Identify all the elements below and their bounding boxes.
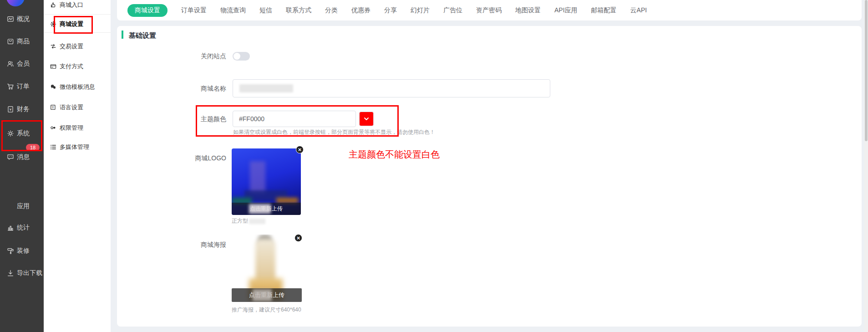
poster-caption: 推广海报，建议尺寸640*640 [232,306,301,314]
basic-settings-card [117,26,862,327]
menu-item-shop-entry[interactable]: 商城入口 [50,0,83,10]
tab-cloud-api[interactable]: 云API [630,6,647,15]
menu-item-payment-methods[interactable]: 支付方式 [50,61,83,72]
tab-api-app[interactable]: API应用 [554,6,578,15]
app-screen: 概况 商品 会员 订单 ¥ 财务 系统 消息 应用 [0,0,868,332]
settings-tab-bar: 商城设置 订单设置 物流查询 短信 联系方式 分类 优惠券 分享 幻灯片 广告位… [117,0,862,20]
censor-blob [249,219,265,224]
tab-share[interactable]: 分享 [384,6,397,15]
scrollbar-thumb[interactable] [865,0,868,141]
tab-shop-settings[interactable]: 商城设置 [127,4,168,17]
remove-logo-button[interactable]: × [296,146,304,153]
sidebar-item-label: 会员 [17,60,30,68]
svg-text:文: 文 [51,106,54,109]
svg-text:¥: ¥ [9,107,12,112]
close-site-toggle[interactable] [233,52,250,61]
sidebar-item-system[interactable]: 系统 [7,128,30,139]
sidebar-item-finance[interactable]: ¥ 财务 [7,104,30,115]
menu-item-label: 语言设置 [60,103,83,112]
remove-poster-button[interactable]: × [294,234,302,242]
sidebar-item-label: 商品 [17,37,30,46]
app-logo[interactable] [6,0,25,6]
shop-name-input[interactable] [233,79,550,97]
export-download-icon [7,270,14,277]
trade-settings-icon [50,43,56,50]
theme-color-input[interactable] [233,111,356,127]
theme-color-picker-button[interactable] [359,112,374,126]
sidebar-item-stats[interactable]: 统计 [7,222,30,233]
close-site-label: 关闭站点 [153,52,226,61]
section-title: 基础设置 [129,31,156,40]
apps-icon [7,203,14,210]
tab-sms[interactable]: 短信 [259,6,272,15]
sidebar-item-label: 概况 [17,15,30,23]
scrollbar-track[interactable] [864,0,868,332]
menu-item-shop-settings[interactable]: 商城设置 [50,19,83,29]
menu-item-label: 商城入口 [60,1,83,9]
logo-reupload-button[interactable]: 点击重新上传 [232,203,301,215]
member-icon [7,60,14,67]
shop-poster-label: 商城海报 [153,241,226,249]
tab-ad-slot[interactable]: 广告位 [443,6,462,15]
theme-color-hint: 如果清空或设置成白色，前端登录按钮，部分页面背景等将不显示，请勿使用白色！ [233,128,435,136]
tab-asset-password[interactable]: 资产密码 [476,6,502,15]
censor-blob [253,289,272,301]
shop-logo-label: 商城LOGO [153,154,226,163]
chevron-down-icon [363,116,370,122]
tab-order-settings[interactable]: 订单设置 [181,6,207,15]
menu-item-multimedia[interactable]: 多媒体管理 [50,142,89,152]
sidebar-item-message[interactable]: 消息 [7,152,30,163]
sidebar-item-export[interactable]: 导出下载 [7,268,42,279]
shop-logo-image[interactable]: 点击重新上传 [232,148,301,215]
menu-item-language-settings[interactable]: 文 语言设置 [50,102,83,112]
logo-caption: 正方型 [232,217,265,225]
toggle-knob [233,53,240,60]
tab-slideshow[interactable]: 幻灯片 [411,6,430,15]
sidebar-item-label: 订单 [17,82,30,91]
annotation-note: 主题颜色不能设置白色 [349,148,440,161]
sidebar-item-goods[interactable]: 商品 [7,36,30,47]
sidebar-item-label: 统计 [17,224,30,232]
sidebar-item-apps[interactable]: 应用 [7,201,30,212]
tab-contact[interactable]: 联系方式 [286,6,311,15]
logo-caption-text: 正方型 [232,218,248,224]
censored-shop-name-value [239,84,293,92]
menu-item-label: 权限管理 [60,124,83,132]
menu-item-label: 多媒体管理 [60,143,89,151]
menu-divider [44,14,111,15]
shop-name-label: 商城名称 [153,85,226,93]
tab-coupon[interactable]: 优惠券 [351,6,371,15]
tab-map-settings[interactable]: 地图设置 [515,6,541,15]
tab-category[interactable]: 分类 [325,6,338,15]
menu-item-trade-settings[interactable]: 交易设置 [50,41,83,51]
tab-mailbox-config[interactable]: 邮箱配置 [591,6,617,15]
sidebar-item-order[interactable]: 订单 [7,81,30,92]
stats-icon [7,224,14,231]
permission-icon [50,125,56,131]
censor-blob [249,204,271,214]
sidebar-item-label: 应用 [17,202,30,210]
shop-poster-image[interactable]: 点击重新上传 [232,235,302,302]
shop-entry-icon [50,2,56,8]
menu-item-permission[interactable]: 权限管理 [50,123,83,133]
sidebar-item-decorate[interactable]: 装修 [7,245,30,256]
menu-item-label: 商城设置 [60,20,83,28]
sidebar-item-label: 装修 [17,247,30,255]
sidebar-item-member[interactable]: 会员 [7,58,30,69]
payment-icon [50,63,56,70]
language-settings-icon: 文 [50,104,56,111]
menu-item-label: 交易设置 [60,42,83,51]
secondary-sidebar: 商城入口 商城设置 交易设置 支付方式 微信模板消息 文 语言设置 权限管理 多 [44,0,111,332]
poster-reupload-button[interactable]: 点击重新上传 [232,288,302,302]
tab-logistics-query[interactable]: 物流查询 [220,6,246,15]
sidebar-item-label: 导出下载 [17,269,42,277]
multimedia-icon [50,144,56,150]
primary-sidebar: 概况 商品 会员 订单 ¥ 财务 系统 消息 应用 [0,0,44,332]
censor-blob [250,161,265,194]
menu-item-wechat-template[interactable]: 微信模板消息 [50,82,95,92]
sidebar-item-overview[interactable]: 概况 [7,14,30,25]
shop-settings-icon [50,21,56,27]
finance-icon: ¥ [7,106,14,113]
decorate-icon [7,247,14,255]
system-unread-badge: 18 [26,144,40,151]
